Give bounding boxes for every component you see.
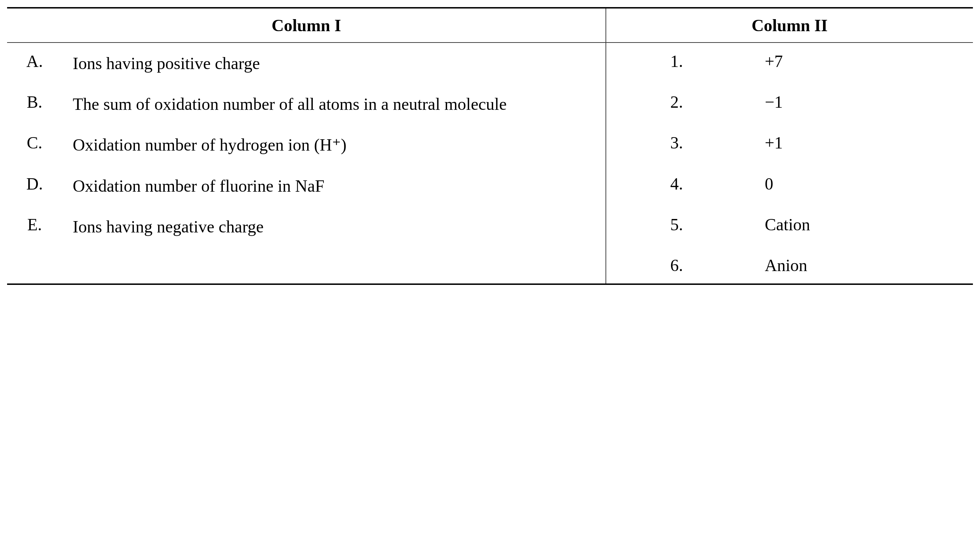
col2-value: +1 [747, 124, 973, 165]
col1-letter: C. [7, 124, 62, 165]
col2-number: 5. [606, 206, 747, 247]
col2-number: 4. [606, 166, 747, 206]
col2-value: Cation [747, 206, 973, 247]
col2-number: 3. [606, 124, 747, 165]
col2-value: 0 [747, 166, 973, 206]
col1-letter: A. [7, 43, 62, 84]
col1-text [62, 247, 606, 284]
table: Column I Column II A. Ions having positi… [7, 7, 973, 285]
col1-text: The sum of oxidation number of all atoms… [62, 84, 606, 124]
col2-number: 1. [606, 43, 747, 84]
col1-letter: B. [7, 84, 62, 124]
table-header-row: Column I Column II [7, 8, 973, 43]
table-row: 6. Anion [7, 247, 973, 284]
table-row: D. Oxidation number of fluorine in NaF 4… [7, 166, 973, 206]
col1-text: Oxidation number of fluorine in NaF [62, 166, 606, 206]
col2-number: 2. [606, 84, 747, 124]
col2-value: Anion [747, 247, 973, 284]
col2-value: −1 [747, 84, 973, 124]
col1-text: Ions having negative charge [62, 206, 606, 247]
col1-letter: E. [7, 206, 62, 247]
col1-text: Oxidation number of hydrogen ion (H⁺) [62, 124, 606, 165]
table-body: A. Ions having positive charge 1. +7 B. … [7, 43, 973, 284]
col2-value: +7 [747, 43, 973, 84]
column2-header: Column II [606, 8, 973, 43]
matching-table: Column I Column II A. Ions having positi… [7, 7, 973, 285]
table-row: C. Oxidation number of hydrogen ion (H⁺)… [7, 124, 973, 165]
table-row: A. Ions having positive charge 1. +7 [7, 43, 973, 84]
col1-letter [7, 247, 62, 284]
table-row: E. Ions having negative charge 5. Cation [7, 206, 973, 247]
column1-header: Column I [7, 8, 606, 43]
col1-text: Ions having positive charge [62, 43, 606, 84]
col2-number: 6. [606, 247, 747, 284]
table-row: B. The sum of oxidation number of all at… [7, 84, 973, 124]
col1-letter: D. [7, 166, 62, 206]
